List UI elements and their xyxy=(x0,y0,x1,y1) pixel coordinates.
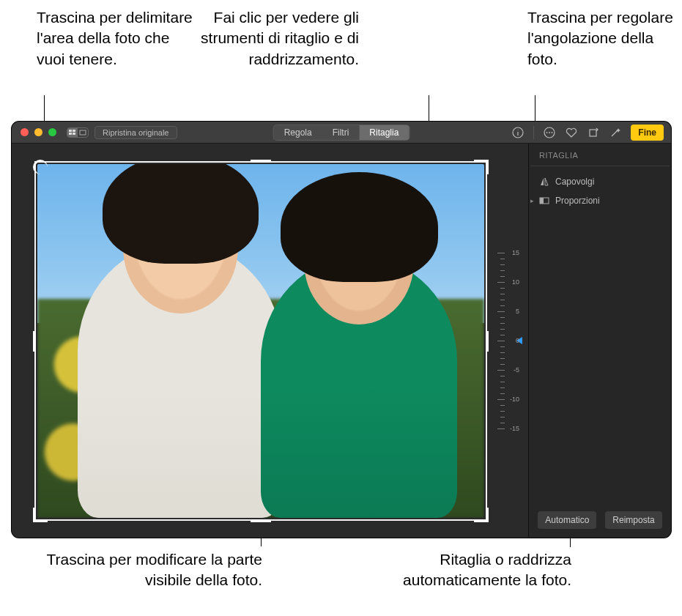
info-icon[interactable] xyxy=(511,126,525,139)
dial-tick-major xyxy=(497,341,505,341)
sidebar-item-flip[interactable]: Capovolgi xyxy=(530,172,670,191)
callout-pan: Trascina per modificare la parte visibil… xyxy=(42,549,262,591)
svg-rect-3 xyxy=(73,133,75,135)
sidebar-item-aspect[interactable]: ▸ Proporzioni xyxy=(530,191,670,210)
dial-tick xyxy=(500,364,505,365)
dial-label: -5 xyxy=(514,366,519,374)
dial-tick xyxy=(500,300,505,300)
view-toggle[interactable] xyxy=(67,127,89,138)
svg-rect-4 xyxy=(80,130,86,135)
dial-tick xyxy=(500,270,505,271)
enhance-icon[interactable] xyxy=(609,126,622,139)
window-controls xyxy=(12,128,56,136)
flip-icon xyxy=(539,177,549,187)
callout-crop-tools: Fai clic per vedere gli strumenti di rit… xyxy=(190,7,359,70)
dial-tick xyxy=(500,317,505,318)
tab-crop[interactable]: Ritaglia xyxy=(359,125,409,140)
dial-tick-major xyxy=(497,370,505,371)
callout-auto: Ritaglia o raddrizza automaticamente la … xyxy=(322,549,571,591)
dial-tick xyxy=(500,276,505,277)
crop-handle-top[interactable] xyxy=(251,160,271,163)
svg-rect-1 xyxy=(73,130,75,132)
dial-tick xyxy=(500,352,505,353)
photo-region xyxy=(261,256,457,518)
tab-adjust[interactable]: Regola xyxy=(274,125,322,140)
sidebar-item-label: Proporzioni xyxy=(555,196,600,206)
titlebar: Ripristina originale Regola Filtri Ritag… xyxy=(12,122,671,144)
zoom-window-button[interactable] xyxy=(48,128,56,136)
dial-tick xyxy=(500,335,505,335)
dial-tick-major xyxy=(497,282,505,283)
dial-label: -15 xyxy=(510,425,519,432)
dial-tick xyxy=(500,264,505,265)
svg-rect-0 xyxy=(69,130,72,132)
crop-edge-left[interactable] xyxy=(34,161,36,521)
dial-tick xyxy=(500,382,505,382)
toolbar-right: Fine xyxy=(511,125,671,141)
favorite-icon[interactable] xyxy=(565,126,578,139)
dial-tick xyxy=(500,305,505,306)
dial-tick-major xyxy=(497,311,505,312)
photo-region xyxy=(78,242,283,518)
dial-tick xyxy=(500,329,505,330)
crop-sidebar: RITAGLIA Capovolgi ▸ Proporzioni Automat… xyxy=(528,144,671,538)
svg-point-9 xyxy=(546,132,548,133)
callout-crop-area: Trascina per delimitare l'area della fot… xyxy=(37,7,198,70)
sidebar-title: RITAGLIA xyxy=(530,151,670,166)
restore-original-button[interactable]: Ripristina originale xyxy=(94,126,177,139)
svg-point-11 xyxy=(552,132,553,133)
sidebar-item-label: Capovolgi xyxy=(555,177,594,187)
tab-filters[interactable]: Filtri xyxy=(322,125,360,140)
svg-point-10 xyxy=(549,132,550,133)
callout-leader xyxy=(429,95,429,125)
aspect-icon xyxy=(539,196,549,206)
crop-handle-left[interactable] xyxy=(33,331,36,352)
dial-tick xyxy=(500,376,505,376)
straighten-dial[interactable]: 151050-5-10-15 xyxy=(483,253,519,428)
dial-tick xyxy=(500,423,505,423)
edit-mode-tabs: Regola Filtri Ritaglia xyxy=(273,125,410,141)
dial-label: -10 xyxy=(510,396,519,403)
dial-label: 5 xyxy=(516,308,519,315)
rotate-icon[interactable] xyxy=(587,126,600,139)
crop-canvas[interactable] xyxy=(37,164,484,518)
dial-tick xyxy=(500,259,505,259)
dial-tick xyxy=(500,288,505,289)
dial-tick xyxy=(500,294,505,294)
dial-tick xyxy=(500,405,505,406)
dial-tick xyxy=(500,387,505,388)
dial-tick-major xyxy=(497,399,505,400)
photo-preview[interactable] xyxy=(37,164,484,518)
dial-label: 10 xyxy=(512,278,519,286)
done-button[interactable]: Fine xyxy=(631,125,664,141)
callout-angle: Trascina per regolare l'angolazione dell… xyxy=(527,7,674,70)
svg-rect-12 xyxy=(590,130,596,136)
dial-label: 15 xyxy=(512,249,519,256)
close-window-button[interactable] xyxy=(21,128,29,136)
dial-tick xyxy=(500,323,505,324)
dial-tick xyxy=(500,358,505,359)
dial-tick xyxy=(500,393,505,394)
dial-tick-major xyxy=(497,253,505,253)
auto-crop-button[interactable]: Automatico xyxy=(538,511,596,529)
crop-edge-top[interactable] xyxy=(34,161,487,163)
dial-label: 0 xyxy=(516,337,519,344)
single-view-icon xyxy=(78,128,88,137)
editor-window: Ripristina originale Regola Filtri Ritag… xyxy=(12,122,671,538)
sidebar-footer: Automatico Reimposta xyxy=(529,511,671,529)
dial-tick xyxy=(500,417,505,418)
dial-tick-major xyxy=(497,428,505,429)
more-icon[interactable] xyxy=(543,126,556,139)
dial-tick xyxy=(500,411,505,412)
crop-handle-bottom[interactable] xyxy=(251,519,271,522)
divider xyxy=(533,126,534,139)
minimize-window-button[interactable] xyxy=(34,128,42,136)
svg-rect-2 xyxy=(69,133,72,135)
chevron-right-icon: ▸ xyxy=(530,197,534,204)
reset-crop-button[interactable]: Reimposta xyxy=(605,511,661,529)
crop-edge-bottom[interactable] xyxy=(34,519,487,521)
svg-rect-14 xyxy=(540,198,544,204)
dial-tick xyxy=(500,346,505,347)
grid-view-icon xyxy=(67,128,78,137)
editor-canvas-area: 151050-5-10-15 xyxy=(12,144,528,538)
